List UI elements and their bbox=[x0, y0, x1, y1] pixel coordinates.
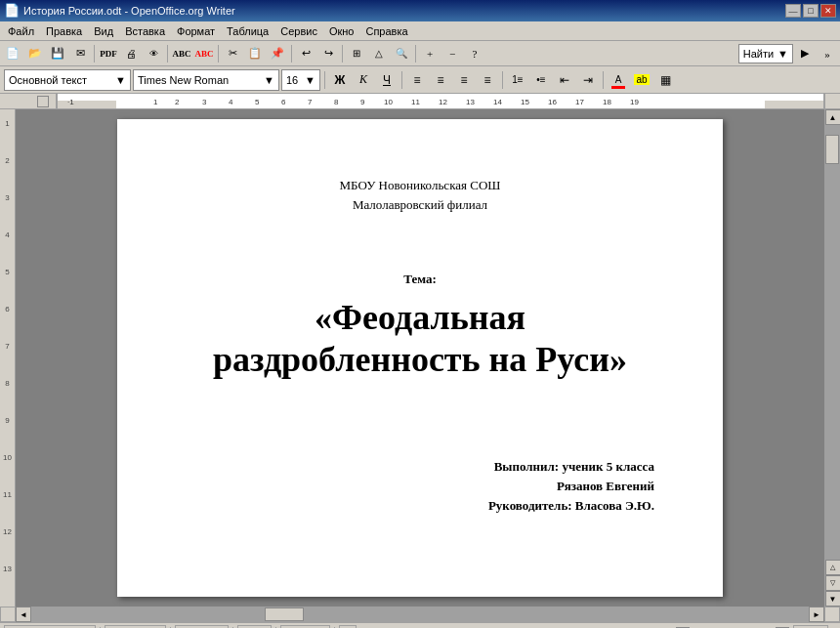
outdent-button[interactable]: ⇤ bbox=[554, 69, 575, 91]
align-justify-button[interactable]: ≡ bbox=[477, 69, 498, 91]
menu-edit[interactable]: Правка bbox=[40, 23, 88, 39]
preview-button[interactable]: 👁 bbox=[143, 43, 164, 64]
bul-list-button[interactable]: •≡ bbox=[530, 69, 552, 91]
style-value: Основной текст bbox=[9, 74, 115, 86]
find-dropdown[interactable]: Найти ▼ bbox=[738, 44, 793, 63]
scroll-page-down-button[interactable]: ▽ bbox=[825, 575, 841, 591]
indent-button[interactable]: ⇥ bbox=[577, 69, 599, 91]
spell-button[interactable]: ABC bbox=[171, 43, 192, 64]
main-title: «Феодальная раздробленность на Руси» bbox=[186, 297, 654, 381]
spell2-button[interactable]: ABC bbox=[193, 43, 215, 64]
scroll-down-button[interactable]: ▼ bbox=[825, 591, 841, 607]
corner-right bbox=[824, 607, 840, 622]
fmt-sep1 bbox=[324, 71, 325, 89]
title-icon: 📄 bbox=[4, 3, 20, 19]
vertical-scrollbar: ▲ △ ▽ ▼ bbox=[824, 109, 840, 607]
menu-help[interactable]: Справка bbox=[359, 23, 413, 39]
menu-tools[interactable]: Сервис bbox=[274, 23, 323, 39]
menu-insert[interactable]: Вставка bbox=[119, 23, 171, 39]
help-button[interactable]: ? bbox=[464, 43, 485, 64]
toolbar-standard: 📄 📂 💾 ✉ PDF 🖨 👁 ABC ABC ✂ 📋 📌 ↩ ↪ ⊞ △ 🔍 … bbox=[0, 41, 840, 66]
window-buttons: — □ ✕ bbox=[785, 4, 836, 18]
fmt-sep4 bbox=[603, 71, 604, 89]
scroll-page-up-button[interactable]: △ bbox=[825, 560, 841, 575]
vertical-ruler: 1 2 3 4 5 6 7 8 9 10 11 12 13 bbox=[0, 109, 16, 607]
num-list-button[interactable]: 1≡ bbox=[507, 69, 528, 91]
main-area: 1 2 3 4 5 6 7 8 9 10 11 12 13 МБОУ Новон… bbox=[0, 109, 840, 607]
italic-button[interactable]: К bbox=[353, 69, 374, 91]
scroll-thumb[interactable] bbox=[825, 135, 839, 164]
new-button[interactable]: 📄 bbox=[2, 43, 23, 64]
save-button[interactable]: 💾 bbox=[47, 43, 68, 64]
school-name: МБОУ Новоникольская СОШ bbox=[186, 178, 654, 193]
branch-name: Малолавровский филиал bbox=[186, 197, 654, 213]
ruler-corner[interactable] bbox=[37, 96, 49, 107]
menu-format[interactable]: Формат bbox=[171, 23, 221, 39]
minimize-button[interactable]: — bbox=[785, 4, 801, 18]
sep3 bbox=[218, 45, 219, 63]
v-mark-8: 8 bbox=[5, 379, 9, 416]
close-button[interactable]: ✕ bbox=[820, 4, 836, 18]
print-button[interactable]: 🖨 bbox=[120, 43, 142, 64]
font-color-button[interactable]: A bbox=[608, 69, 629, 91]
size-arrow: ▼ bbox=[305, 74, 315, 86]
highlight-button[interactable]: ab bbox=[631, 69, 652, 91]
table-button[interactable]: ⊞ bbox=[346, 43, 367, 64]
v-mark-13: 13 bbox=[3, 565, 12, 602]
copy-button[interactable]: 📋 bbox=[244, 43, 266, 64]
font-dropdown[interactable]: Times New Roman ▼ bbox=[133, 69, 279, 91]
menu-file[interactable]: Файл bbox=[2, 23, 40, 39]
align-left-button[interactable]: ≡ bbox=[406, 69, 428, 91]
undo-button[interactable]: ↩ bbox=[295, 43, 316, 64]
size-dropdown[interactable]: 16 ▼ bbox=[281, 69, 320, 91]
redo-button[interactable]: ↪ bbox=[317, 43, 339, 64]
align-right-button[interactable]: ≡ bbox=[453, 69, 475, 91]
menu-view[interactable]: Вид bbox=[88, 23, 119, 39]
selection-mode[interactable]: СТАНД bbox=[280, 625, 330, 629]
insert-mode[interactable]: ВСТ bbox=[237, 625, 272, 629]
find-button[interactable]: 🔍 bbox=[391, 43, 412, 64]
lang-status: Русский bbox=[175, 625, 229, 629]
find-next-button[interactable]: ▶ bbox=[794, 43, 816, 64]
find-arrow: ▼ bbox=[777, 48, 788, 60]
open-button[interactable]: 📂 bbox=[24, 43, 46, 64]
sep2 bbox=[167, 45, 168, 63]
v-mark-1: 1 bbox=[5, 119, 9, 156]
style-dropdown[interactable]: Основной текст ▼ bbox=[4, 69, 131, 91]
bold-button[interactable]: Ж bbox=[329, 69, 351, 91]
title-bar: 📄 История России.odt - OpenOffice.org Wr… bbox=[0, 0, 840, 21]
zoom-value: 70% bbox=[793, 625, 828, 629]
status-bar: Страница 1 / 10 Обычный Русский ВСТ СТАН… bbox=[0, 622, 840, 628]
author-line-3: Руководитель: Власова Э.Ю. bbox=[186, 498, 654, 514]
paste-button[interactable]: 📌 bbox=[267, 43, 288, 64]
cut-button[interactable]: ✂ bbox=[222, 43, 243, 64]
maximize-button[interactable]: □ bbox=[803, 4, 819, 18]
pdf-button[interactable]: PDF bbox=[98, 43, 119, 64]
h-scroll-right[interactable]: ► bbox=[809, 607, 824, 622]
scroll-track bbox=[825, 125, 841, 560]
sep4 bbox=[291, 45, 292, 63]
h-scroll-left[interactable]: ◄ bbox=[16, 607, 31, 622]
style-status: Обычный bbox=[105, 625, 166, 629]
char-shade-button[interactable]: ▦ bbox=[654, 69, 676, 91]
email-button[interactable]: ✉ bbox=[69, 43, 91, 64]
underline-button[interactable]: Ч bbox=[376, 69, 398, 91]
v-mark-2: 2 bbox=[5, 156, 9, 193]
v-mark-11: 11 bbox=[3, 490, 12, 527]
menu-table[interactable]: Таблица bbox=[221, 23, 274, 39]
modified-star: * bbox=[339, 625, 357, 629]
v-mark-4: 4 bbox=[5, 230, 9, 268]
menu-window[interactable]: Окно bbox=[323, 23, 360, 39]
bottom-area: ◄ ► Страница 1 / 10 Обычный Русский ВСТ … bbox=[0, 607, 840, 628]
fmt-sep2 bbox=[401, 71, 402, 89]
h-scroll-thumb[interactable] bbox=[265, 607, 304, 621]
scroll-up-button[interactable]: ▲ bbox=[825, 109, 841, 125]
size-value: 16 bbox=[286, 74, 305, 86]
align-center-button[interactable]: ≡ bbox=[430, 69, 451, 91]
zoom-out-button[interactable]: − bbox=[441, 43, 463, 64]
more-button[interactable]: » bbox=[817, 43, 838, 64]
draw-button[interactable]: △ bbox=[368, 43, 390, 64]
page-status: Страница 1 / 10 bbox=[4, 625, 96, 629]
formatting-toolbar: Основной текст ▼ Times New Roman ▼ 16 ▼ … bbox=[0, 66, 840, 94]
zoom-in-button[interactable]: + bbox=[419, 43, 441, 64]
